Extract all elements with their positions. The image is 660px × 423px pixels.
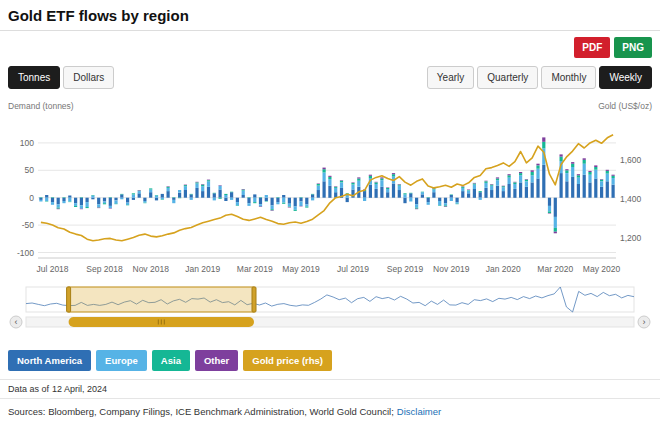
navigator-handle-left[interactable] bbox=[67, 287, 71, 312]
toggle-row: Tonnes Dollars Yearly Quarterly Monthly … bbox=[0, 60, 660, 93]
main-chart-svg: 100500-50-1001,6001,4001,200Jul 2018Sep … bbox=[8, 113, 652, 278]
svg-text:Jul 2019: Jul 2019 bbox=[337, 264, 369, 274]
svg-text:100: 100 bbox=[20, 138, 34, 148]
sources-text: Sources: Bloomberg, Company Filings, ICE… bbox=[8, 406, 394, 417]
right-axis-title: Gold (US$/oz) bbox=[598, 101, 652, 111]
svg-text:Mar 2020: Mar 2020 bbox=[537, 264, 573, 274]
disclaimer-link[interactable]: Disclaimer bbox=[397, 406, 441, 417]
data-as-of-date: 12 April, 2024 bbox=[52, 384, 107, 394]
legend-item-gold-price-rhs[interactable]: Gold price (rhs) bbox=[243, 350, 332, 371]
sources: Sources: Bloomberg, Company Filings, ICE… bbox=[0, 399, 660, 423]
axis-titles: Demand (tonnes) Gold (US$/oz) bbox=[0, 93, 660, 111]
svg-text:Jul 2018: Jul 2018 bbox=[36, 264, 68, 274]
navigator-svg[interactable]: ‹› bbox=[8, 284, 652, 332]
legend-item-asia[interactable]: Asia bbox=[152, 350, 190, 371]
svg-text:Sep 2018: Sep 2018 bbox=[86, 264, 123, 274]
legend: North AmericaEuropeAsiaOtherGold price (… bbox=[0, 332, 660, 379]
svg-text:Jan 2019: Jan 2019 bbox=[185, 264, 220, 274]
legend-item-north-america[interactable]: North America bbox=[8, 350, 91, 371]
svg-text:Sep 2019: Sep 2019 bbox=[387, 264, 424, 274]
header: Gold ETF flows by region bbox=[0, 0, 660, 31]
svg-text:1,400: 1,400 bbox=[620, 194, 642, 204]
svg-text:Nov 2018: Nov 2018 bbox=[133, 264, 170, 274]
png-export-button[interactable]: PNG bbox=[614, 37, 652, 58]
scroll-right-icon: › bbox=[643, 317, 646, 327]
svg-text:50: 50 bbox=[25, 165, 35, 175]
period-toggle-group: Yearly Quarterly Monthly Weekly bbox=[427, 66, 652, 89]
toggle-weekly[interactable]: Weekly bbox=[599, 66, 652, 89]
svg-text:May 2020: May 2020 bbox=[583, 264, 621, 274]
svg-text:0: 0 bbox=[29, 193, 34, 203]
svg-text:Nov 2019: Nov 2019 bbox=[433, 264, 470, 274]
navigator-selection[interactable] bbox=[69, 287, 254, 312]
legend-item-other[interactable]: Other bbox=[195, 350, 238, 371]
unit-toggle-group: Tonnes Dollars bbox=[8, 66, 114, 89]
svg-text:May 2019: May 2019 bbox=[282, 264, 320, 274]
toggle-monthly[interactable]: Monthly bbox=[541, 66, 596, 89]
page-title: Gold ETF flows by region bbox=[8, 7, 652, 24]
toggle-dollars[interactable]: Dollars bbox=[63, 66, 114, 89]
svg-text:1,200: 1,200 bbox=[620, 233, 642, 243]
svg-text:1,600: 1,600 bbox=[620, 155, 642, 165]
toggle-quarterly[interactable]: Quarterly bbox=[477, 66, 538, 89]
svg-text:-100: -100 bbox=[17, 248, 34, 258]
data-as-of: Data as of12 April, 2024 bbox=[0, 379, 660, 399]
data-as-of-prefix: Data as of bbox=[8, 384, 49, 394]
gold-etf-flows-widget: Gold ETF flows by region PDF PNG Tonnes … bbox=[0, 0, 660, 423]
left-axis-title: Demand (tonnes) bbox=[8, 101, 74, 111]
scroll-left-icon: ‹ bbox=[15, 317, 18, 327]
legend-item-europe[interactable]: Europe bbox=[96, 350, 147, 371]
toggle-yearly[interactable]: Yearly bbox=[427, 66, 474, 89]
pdf-export-button[interactable]: PDF bbox=[574, 37, 610, 58]
svg-text:-50: -50 bbox=[22, 220, 35, 230]
toggle-tonnes[interactable]: Tonnes bbox=[8, 66, 60, 89]
svg-text:Jan 2020: Jan 2020 bbox=[486, 264, 521, 274]
export-buttons: PDF PNG bbox=[0, 31, 660, 60]
svg-text:Mar 2019: Mar 2019 bbox=[237, 264, 273, 274]
navigator-handle-right[interactable] bbox=[252, 287, 256, 312]
